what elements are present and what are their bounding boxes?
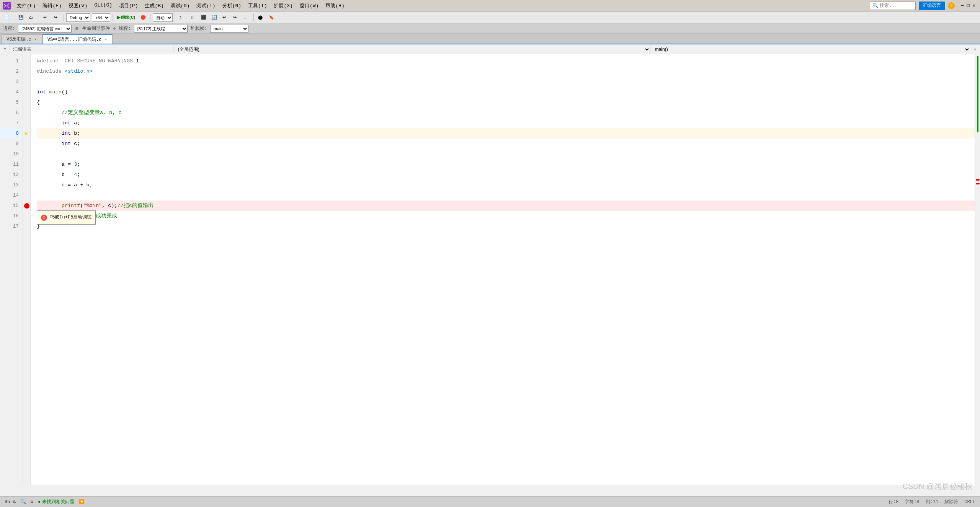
cursor-btn[interactable]: ↓ <box>242 13 251 22</box>
ok-icon: ● <box>38 499 41 505</box>
tab-close-disassembly[interactable]: ✕ <box>34 37 38 42</box>
stop-btn[interactable]: 🛑 <box>139 13 148 22</box>
undo-btn[interactable]: ↩ <box>41 13 51 22</box>
redo-btn[interactable]: ↪ <box>52 13 61 22</box>
tab-vs-assembly[interactable]: VS中C语言...汇编代码.c ✕ <box>42 34 113 44</box>
menu-help[interactable]: 帮助(H) <box>322 2 347 10</box>
menu-test[interactable]: 测试(T) <box>193 2 218 10</box>
menu-window[interactable]: 窗口(W) <box>297 2 322 10</box>
gutter-11 <box>23 159 30 170</box>
platform-dropdown[interactable]: x64 <box>92 13 110 22</box>
menu-git[interactable]: Git(G) <box>91 2 115 10</box>
code-line-6: //定义整型变量a, b, c <box>37 108 975 118</box>
menu-file[interactable]: 文件(F) <box>14 2 39 10</box>
gutter-9 <box>23 139 30 149</box>
record-btn[interactable]: ⏺ <box>75 26 79 31</box>
sep4 <box>113 14 113 21</box>
line-5: 5 <box>0 97 23 108</box>
menu-view[interactable]: 视图(V) <box>65 2 90 10</box>
tab-vs-disassembly[interactable]: VS反汇编.c ✕ <box>2 34 42 44</box>
line-12: 12 <box>0 170 23 180</box>
scroll-indicator-green <box>977 56 978 132</box>
auto-dropdown[interactable]: 自动 <box>153 13 173 22</box>
status-ok: ● 未找到相关问题 <box>38 499 74 505</box>
gutter-2 <box>23 66 30 77</box>
gutter-7 <box>23 118 30 128</box>
process-label: 进程: <box>3 25 15 32</box>
code-line-2: #include <stdio.h> <box>37 66 975 77</box>
restart-btn[interactable]: 🔄 <box>210 13 219 22</box>
menu-extensions[interactable]: 扩展(X) <box>271 2 296 10</box>
collapse-icon-4[interactable]: ─ <box>25 90 28 95</box>
code-line-10 <box>37 149 975 159</box>
process-bar: 进程: [24592] 汇编语言.exe ⏺ 生命周期事件 ◆ 线程: [311… <box>0 24 980 34</box>
code-area[interactable]: #define _CRT_SECURE_NO_WARNINGS 1 #inclu… <box>31 54 975 485</box>
thread-dropdown[interactable]: [31172] 主线程 <box>134 25 188 33</box>
menu-debug[interactable]: 调试(D) <box>168 2 193 10</box>
debug-config-dropdown[interactable]: Debug <box>66 13 90 22</box>
nav-icon: ≡ <box>0 44 10 54</box>
close-btn[interactable]: ✕ <box>973 3 975 8</box>
continue-btn[interactable]: ▶ 继续(C) <box>115 13 137 22</box>
line-8: 8 <box>0 128 23 139</box>
lifecycle-btn[interactable]: ◆ <box>113 26 116 31</box>
filter-icon: 🔽 <box>79 499 85 505</box>
menu-bar[interactable]: 文件(F) 编辑(E) 视图(V) Git(G) 项目(P) 生成(B) 调试(… <box>14 2 348 10</box>
menu-edit[interactable]: 编辑(E) <box>39 2 64 10</box>
code-line-13: c = a + b; <box>37 180 975 190</box>
step-over-btn[interactable]: ⤵ <box>178 13 187 22</box>
status-left: 95 % 🔍 ⚙ ● 未找到相关问题 🔽 <box>5 499 85 505</box>
code-line-15: 1 F5或Fn+F5启动调试 printf("%d\n", c);//把c的值输… <box>37 201 975 211</box>
stop2-btn[interactable]: ⬛ <box>199 13 208 22</box>
gutter-8: ▶ <box>23 128 30 139</box>
new-file-btn[interactable]: 📄 <box>2 13 11 22</box>
menu-build[interactable]: 生成(B) <box>142 2 167 10</box>
assembly-language-tab[interactable]: 汇编语言 <box>919 2 945 10</box>
gutter: ─ ▶ <box>23 54 31 485</box>
col-info: 列:11 <box>926 499 939 505</box>
scroll-indicator-red-1 <box>976 179 980 181</box>
func-dropdown[interactable]: main() <box>650 44 970 54</box>
settings-icon: ⚙ <box>31 499 33 505</box>
code-line-14 <box>37 190 975 201</box>
save-btn[interactable]: 💾 <box>16 13 26 22</box>
line-4: 4 <box>0 87 23 97</box>
gutter-3 <box>23 77 30 87</box>
brace-open: { <box>37 97 40 108</box>
arrow-indicator: ▶ <box>25 130 28 137</box>
search-box[interactable]: 🔍 搜索... <box>870 2 916 10</box>
sep5 <box>150 14 150 21</box>
process-dropdown[interactable]: [24592] 汇编语言.exe <box>18 25 72 33</box>
breakpoint-15[interactable] <box>24 203 29 209</box>
sep3 <box>64 14 64 21</box>
gutter-14 <box>23 190 30 201</box>
tab-close-assembly[interactable]: ✕ <box>104 37 108 42</box>
save-all-btn[interactable]: 🗂 <box>27 13 36 22</box>
menu-tools[interactable]: 工具(T) <box>245 2 270 10</box>
step-out-btn[interactable]: ↪ <box>231 13 240 22</box>
title-bar-left: 文件(F) 编辑(E) 视图(V) Git(G) 项目(P) 生成(B) 调试(… <box>3 2 348 10</box>
bookmark-btn[interactable]: 🔖 <box>267 13 276 22</box>
search-icon: 🔍 <box>872 3 878 8</box>
scrollbar-track[interactable] <box>975 54 980 485</box>
gutter-6 <box>23 108 30 118</box>
nav-bar: ≡ 汇编语言 (全局范围) main() + <box>0 44 980 54</box>
restore-btn[interactable]: □ <box>967 3 970 8</box>
stack-dropdown[interactable]: main <box>210 25 248 33</box>
menu-project[interactable]: 项目(P) <box>116 2 141 10</box>
pause-btn[interactable]: ⏸ <box>188 13 198 22</box>
code-line-3 <box>37 77 975 87</box>
sep7 <box>253 14 254 21</box>
gutter-13 <box>23 180 30 190</box>
bp-btn[interactable]: ⬤ <box>256 13 265 22</box>
menu-analyze[interactable]: 分析(N) <box>219 2 244 10</box>
minimize-btn[interactable]: ─ <box>961 3 964 8</box>
gutter-5 <box>23 97 30 108</box>
step-into-btn[interactable]: ↩ <box>220 13 230 22</box>
tab-bar: VS反汇编.c ✕ VS中C语言...汇编代码.c ✕ <box>0 34 980 44</box>
scope-dropdown[interactable]: (全局范围) <box>173 44 650 54</box>
cmt-15: //把c的值输出 <box>118 201 154 211</box>
line-2: 2 <box>0 66 23 77</box>
char-info: 字符:8 <box>905 499 919 505</box>
nav-add-btn[interactable]: + <box>970 44 980 54</box>
